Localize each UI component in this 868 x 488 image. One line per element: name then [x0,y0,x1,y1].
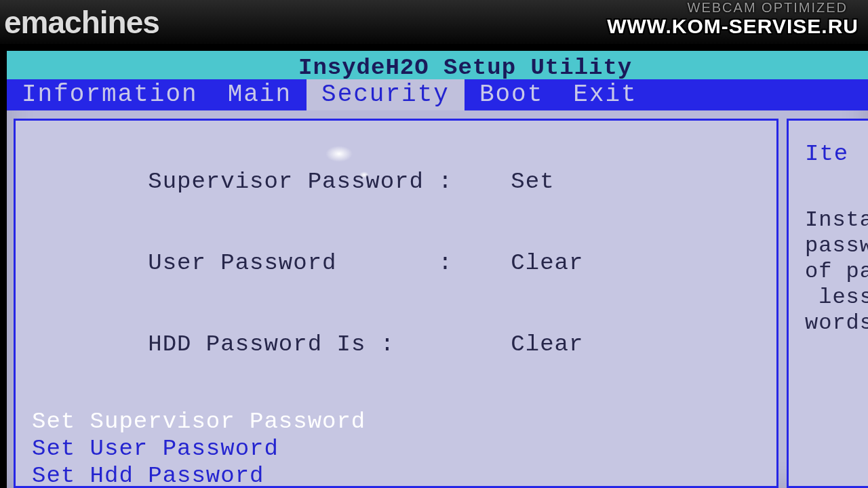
bios-menu-bar: Information Main Security Boot Exit [7,79,868,110]
user-password-value: Clear [511,250,583,276]
supervisor-password-row: Supervisor Password : Set [32,141,760,222]
tab-security[interactable]: Security [307,79,465,110]
user-password-row: User Password : Clear [32,222,760,304]
bios-title: InsydeH2O Setup Utility [7,51,868,79]
supervisor-password-value: Set [511,169,554,195]
help-pane: Ite Instal passwo of pas less o words. [787,119,868,488]
user-password-label: User Password : [148,250,452,276]
brand-logo: emachines [4,4,159,41]
help-body: Instal passwo of pas less o words. [805,207,868,336]
security-pane: Supervisor Password : Set User Password … [14,119,778,488]
tab-main[interactable]: Main [213,79,307,110]
hdd-password-value: Clear [511,331,583,357]
laptop-bezel: emachines WEBCAM OPTIMIZED WWW.KOM-SERVI… [0,0,868,44]
webcam-watermark: WEBCAM OPTIMIZED [688,0,848,16]
tab-exit[interactable]: Exit [558,79,652,110]
url-watermark: WWW.KOM-SERVISE.RU [607,15,859,38]
set-hdd-password[interactable]: Set Hdd Password [32,462,760,488]
help-header: Ite [805,141,868,167]
tab-information[interactable]: Information [7,79,213,110]
set-supervisor-password[interactable]: Set Supervisor Password [32,408,760,435]
supervisor-password-label: Supervisor Password : [148,169,452,195]
hdd-password-label: HDD Password Is : [148,331,395,357]
tab-boot[interactable]: Boot [465,79,558,110]
bios-screen: InsydeH2O Setup Utility Information Main… [7,51,868,488]
set-user-password[interactable]: Set User Password [32,435,760,462]
hdd-password-row: HDD Password Is : Clear [32,304,760,385]
